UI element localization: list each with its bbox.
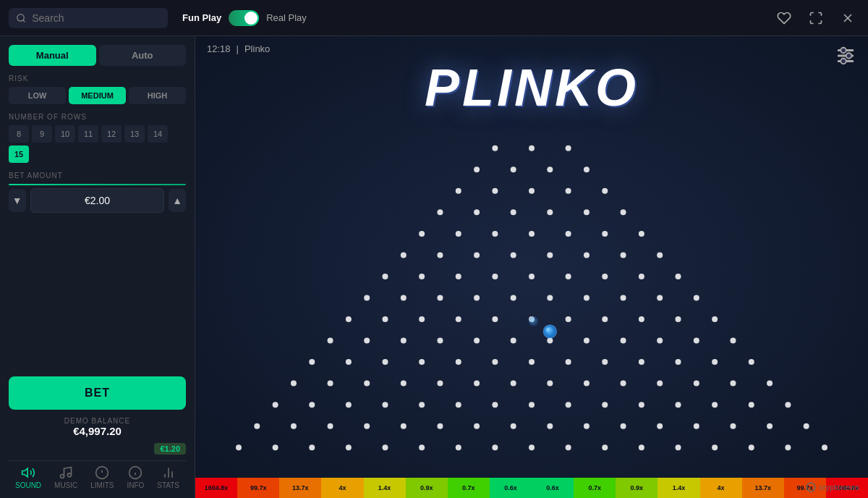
- main-layout: Manual Auto RISK LOW MEDIUM HIGH NUMBER …: [0, 36, 868, 498]
- svg-line-1: [23, 20, 25, 22]
- search-icon: [16, 12, 26, 24]
- sound-label: SOUND: [15, 481, 41, 489]
- stats-icon: [161, 465, 176, 480]
- info-icon-item[interactable]: INFO: [127, 465, 144, 489]
- demo-balance: DEMO BALANCE €4,997.20: [9, 417, 186, 437]
- play-mode-toggle[interactable]: [229, 10, 259, 26]
- risk-options: LOW MEDIUM HIGH: [9, 87, 186, 104]
- manual-tab[interactable]: Manual: [9, 45, 96, 66]
- watermark: c cryptonews: [806, 482, 859, 492]
- risk-medium[interactable]: MEDIUM: [69, 87, 126, 104]
- demo-balance-amount: €4,997.20: [9, 425, 186, 437]
- multiplier-cell: 0.6x: [532, 478, 574, 498]
- music-label: MUSIC: [54, 481, 77, 489]
- multiplier-cell: 4x: [700, 478, 742, 498]
- risk-high[interactable]: HIGH: [129, 87, 186, 104]
- mode-toggle: Fun Play Real Play: [182, 10, 307, 26]
- header: Fun Play Real Play: [0, 0, 868, 36]
- multiplier-cell: 13.7x: [742, 478, 784, 498]
- plinko-canvas: [195, 123, 868, 498]
- info-icon: [128, 465, 142, 480]
- search-input[interactable]: [32, 12, 161, 24]
- plinko-title: PLINKO: [425, 58, 639, 117]
- bet-amount-input[interactable]: €2.00: [30, 188, 165, 213]
- row-btn-14[interactable]: 14: [148, 125, 168, 143]
- row-btn-15[interactable]: 15: [9, 145, 29, 163]
- svg-point-21: [841, 59, 846, 64]
- svg-point-0: [17, 14, 24, 20]
- multiplier-cell: 0.7x: [574, 478, 616, 498]
- game-header: 12:18 | Plinko: [207, 43, 270, 54]
- separator: |: [237, 43, 239, 54]
- multiplier-cell: 99.7x: [237, 478, 279, 498]
- multiplier-cell: 0.9x: [616, 478, 658, 498]
- limits-icon: [95, 465, 109, 480]
- sound-icon-item[interactable]: SOUND: [15, 465, 41, 489]
- stats-icon-item[interactable]: STATS: [157, 465, 179, 489]
- svg-marker-4: [22, 468, 28, 477]
- demo-balance-label: DEMO BALANCE: [9, 417, 186, 425]
- risk-label: RISK: [9, 75, 186, 83]
- multiplier-cell: 13.7x: [279, 478, 321, 498]
- multiplier-row: 1604.8x99.7x13.7x4x1.4x0.9x0.7x0.6x0.6x0…: [195, 478, 868, 498]
- stats-label: STATS: [157, 481, 179, 489]
- bet-amount-label: BET AMOUNT: [9, 172, 186, 180]
- svg-point-6: [68, 473, 72, 477]
- row-btn-8[interactable]: 8: [9, 125, 29, 143]
- limits-label: LIMITS: [90, 481, 114, 489]
- close-button[interactable]: [836, 7, 859, 30]
- sound-icon: [21, 465, 35, 480]
- multiplier-cell: 1604.8x: [195, 478, 237, 498]
- row-btn-11[interactable]: 11: [78, 125, 98, 143]
- row-btn-10[interactable]: 10: [55, 125, 75, 143]
- risk-low[interactable]: LOW: [9, 87, 66, 104]
- music-icon-item[interactable]: MUSIC: [54, 465, 77, 489]
- win-badge: €1.20: [154, 443, 186, 455]
- favorite-button[interactable]: [773, 7, 796, 30]
- bet-decrease-button[interactable]: ▼: [9, 189, 26, 212]
- sidebar: Manual Auto RISK LOW MEDIUM HIGH NUMBER …: [0, 36, 195, 498]
- row-btn-13[interactable]: 13: [124, 125, 145, 143]
- rows-grid: 8 9 10 11 12 13 14 15: [9, 125, 186, 163]
- svg-point-19: [841, 48, 846, 54]
- fullscreen-button[interactable]: [804, 7, 827, 30]
- multiplier-cell: 1.4x: [658, 478, 699, 498]
- auto-tab[interactable]: Auto: [99, 45, 187, 66]
- search-bar[interactable]: [9, 8, 168, 28]
- music-icon: [59, 465, 73, 480]
- multiplier-cell: 0.9x: [406, 478, 448, 498]
- toggle-knob: [244, 12, 258, 25]
- row-btn-12[interactable]: 12: [101, 125, 122, 143]
- header-right: [773, 7, 859, 30]
- bet-amount-line: [9, 184, 186, 185]
- limits-icon-item[interactable]: LIMITS: [90, 465, 114, 489]
- multiplier-cell: 0.7x: [448, 478, 490, 498]
- settings-icon-area[interactable]: [835, 45, 856, 69]
- game-area: 12:18 | Plinko PLINKO 1604.8x99.7x13.7x4…: [195, 36, 868, 498]
- bet-increase-button[interactable]: ▲: [169, 189, 186, 212]
- fun-play-label: Fun Play: [182, 12, 221, 23]
- bet-button[interactable]: BET: [9, 376, 186, 410]
- bet-amount-row: ▼ €2.00 ▲: [9, 188, 186, 213]
- bottom-icons: SOUND MUSIC LIMITS: [9, 460, 186, 489]
- mode-tabs: Manual Auto: [9, 45, 186, 66]
- multiplier-cell: 4x: [321, 478, 363, 498]
- multiplier-cell: 0.6x: [490, 478, 532, 498]
- recent-win-area: €1.20: [9, 443, 186, 455]
- info-label: INFO: [127, 481, 144, 489]
- real-play-label: Real Play: [266, 12, 307, 23]
- settings-icon: [835, 45, 856, 67]
- svg-text:c: c: [809, 486, 812, 491]
- row-btn-9[interactable]: 9: [32, 125, 52, 143]
- rows-label: NUMBER OF ROWS: [9, 113, 186, 121]
- game-name: Plinko: [244, 43, 270, 54]
- svg-point-5: [61, 475, 64, 478]
- svg-point-20: [846, 53, 852, 59]
- game-time: 12:18: [207, 43, 231, 54]
- multiplier-cell: 1.4x: [364, 478, 406, 498]
